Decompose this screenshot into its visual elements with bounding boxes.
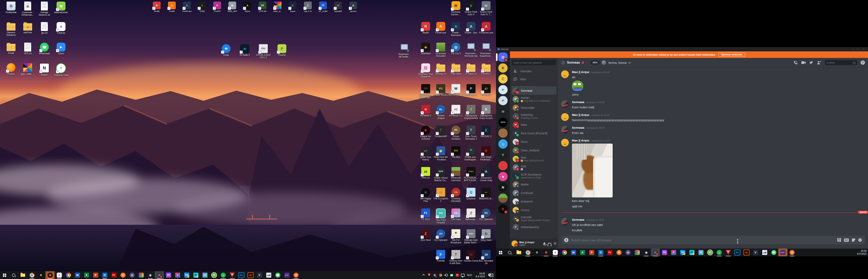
desktop-icon[interactable]: ⚄ ↗ Business Tour - Online M... xyxy=(418,63,433,84)
desktop-icon[interactable]: ↗ Stevens Solutions xyxy=(3,22,19,42)
server-icon[interactable]: ◆ xyxy=(498,172,507,181)
desktop-icon[interactable]: F1 ↗ F1 2021 xyxy=(418,209,433,229)
taskbar-app-button[interactable] xyxy=(496,249,505,256)
desktop-icon[interactable]: * ↗ PCBS.exe - Snelkoppel... xyxy=(463,146,478,167)
desktop-icon[interactable]: R ↗ Rockstar Games ... xyxy=(448,1,463,22)
desktop-icon[interactable]: ↗ Roerveen - MCNode.rdp xyxy=(463,42,478,63)
taskbar-app-button[interactable]: Ai xyxy=(246,271,255,279)
desktop-icon[interactable]: S ↗ servers xyxy=(346,2,361,12)
group-name[interactable]: Senna, Sxnna xyxy=(608,61,626,64)
taskbar-app-button[interactable]: IJ xyxy=(669,249,678,256)
server-icon[interactable]: B xyxy=(498,63,507,73)
desktop-icon[interactable]: ↗ Roerveen -KaasHosti... xyxy=(478,42,494,63)
desktop-icon[interactable]: K ↗ Kasm xyxy=(285,2,300,12)
pin-icon[interactable] xyxy=(809,61,813,64)
taskbar-app-button[interactable]: O xyxy=(787,249,797,256)
taskbar-app-button[interactable]: PC xyxy=(191,271,200,279)
taskbar-app-button[interactable]: PS xyxy=(164,271,173,279)
tray-remote-desktop-icon[interactable] xyxy=(450,273,454,277)
desktop-icon[interactable]: ↗ Garage Stevens.txt xyxy=(37,2,52,22)
desktop-icon[interactable]: 112 ↗ 112 Operator xyxy=(433,229,448,250)
server-icon[interactable]: ☺ xyxy=(498,139,507,149)
taskbar-app-button[interactable]: ◉ xyxy=(642,249,651,256)
desktop-icon[interactable]: F ↗ FivePD xyxy=(210,2,225,12)
taskbar-app-button[interactable] xyxy=(9,271,18,279)
desktop-icon[interactable]: ◆ ↗ Teardown xyxy=(418,42,433,63)
taskbar-app-button[interactable]: PC xyxy=(687,249,696,256)
desktop-icon[interactable]: Q ↗ Quiplash xyxy=(463,188,478,209)
desktop-icon[interactable]: BUS ↗ The Bus xyxy=(448,146,463,167)
taskbar-clock[interactable]: 18:33 6-3-2022 xyxy=(474,272,487,278)
server-icon[interactable] xyxy=(498,193,507,203)
taskbar-app-button[interactable]: NZXT xyxy=(282,271,291,279)
message-avatar[interactable] xyxy=(561,70,569,78)
desktop-icon[interactable]: A ↗ Assassin's Creed Unity xyxy=(478,167,494,188)
dm-list-item[interactable]: D Daan_Holland xyxy=(512,146,556,154)
video-call-icon[interactable] xyxy=(801,61,806,64)
desktop-icon[interactable]: 22 ↗ FIFA 22 xyxy=(418,167,433,188)
desktop-icon[interactable]: Z ↗ Zero Hour xyxy=(418,229,433,250)
desktop-icon[interactable]: Y ↗ TreeSize Free xyxy=(54,63,69,84)
reconnect-button[interactable]: Opnieuw verbinden xyxy=(718,53,745,57)
desktop-icon[interactable]: S ↗ Satisfactory Early Access xyxy=(478,105,494,126)
desktop-icon[interactable]: 18 ↗ Bus Simulator 18 xyxy=(478,250,494,271)
desktop-icon[interactable]: 911 ↗ 911 Operator xyxy=(478,209,494,229)
desktop-icon[interactable]: SA ↗ GTA-SA xyxy=(255,2,270,12)
server-icon[interactable] xyxy=(498,128,507,138)
taskbar-app-button[interactable]: ▂▄▆ xyxy=(760,249,769,256)
language-indicator[interactable]: NLD xyxy=(466,274,473,277)
dm-list-item[interactable]: S SCR Assistance Speelt here to help! xyxy=(512,172,556,180)
desktop-icon[interactable]: PS ↗ Police Stories xyxy=(433,84,448,105)
attach-file-icon[interactable]: + xyxy=(564,238,568,242)
dm-list-item[interactable]: m m1cey xyxy=(512,206,556,214)
emoji-picker-icon[interactable]: ☺ xyxy=(858,238,862,242)
taskbar-app-button[interactable]: WS xyxy=(182,271,191,279)
add-friend-to-dm-icon[interactable] xyxy=(817,61,822,64)
desktop-icon[interactable]: UEBS ↗ Ultimate Epic Battle Simu... xyxy=(463,229,478,250)
taskbar-app-button[interactable]: WS xyxy=(678,249,687,256)
desktop-icon[interactable]: FG ↗ Fall Guys xyxy=(448,209,463,229)
desktop-icon[interactable]: ↗ VPS.txt xyxy=(20,42,35,63)
taskbar-app-button[interactable]: S xyxy=(724,249,733,256)
gift-icon[interactable] xyxy=(837,239,841,242)
taskbar-app-button[interactable] xyxy=(45,271,55,279)
desktop-icon[interactable]: H2 ↗ HITMAN™ 2 xyxy=(448,105,463,126)
dm-list-item[interactable]: M Mats xyxy=(512,121,556,129)
dm-list-item[interactable]: K Knieperd xyxy=(512,197,556,206)
taskbar-app-button[interactable]: Ai xyxy=(742,249,751,256)
desktop-icon[interactable]: 47 ↗ HITMAN xyxy=(478,84,494,105)
desktop-icon[interactable]: PUBG ↗ PLAYERUN... BATTLEGR... xyxy=(463,167,478,188)
taskbar-app-button[interactable]: DG xyxy=(696,249,706,256)
help-icon[interactable]: ? xyxy=(861,60,865,65)
gif-picker-button[interactable]: GIF xyxy=(844,239,849,242)
taskbar-app-button[interactable]: O xyxy=(36,271,45,279)
desktop-icon[interactable]: III ↗ HITMAN 3 xyxy=(418,105,433,126)
desktop-icon-roerveen-mcnode[interactable]: ↗ Roerveen - MCNode... xyxy=(397,43,412,58)
dm-list-item[interactable]: M Max https://bit.ly/3s14r2l xyxy=(512,155,556,163)
desktop-icon[interactable]: CS ↗ Cooking Simulator xyxy=(448,188,463,209)
headphones-icon[interactable] xyxy=(548,243,551,245)
message-author[interactable]: Max || Arqsz xyxy=(572,113,589,117)
desktop-icon[interactable]: AI ↗ AI Suite 3 xyxy=(237,44,252,59)
minimize-button[interactable]: — xyxy=(850,48,856,51)
desktop-icon[interactable]: P ↗ Phasmoph... xyxy=(463,84,478,105)
desktop-icon[interactable]: W ↗ WATCH_D... 2 xyxy=(448,84,463,105)
dm-list-item[interactable]: I ItsMeRay Creating content xyxy=(512,112,556,120)
sidebar-item-nitro[interactable]: Nitro xyxy=(512,75,556,83)
taskbar-app-button[interactable]: Ps xyxy=(733,249,742,256)
desktop-icon[interactable]: OPS ↗ Call of Duty Black Ops... xyxy=(418,84,433,105)
tray-shield-icon[interactable]: S xyxy=(427,273,431,277)
desktop-icon[interactable]: ↗ Train Sims xyxy=(448,63,463,84)
message-avatar[interactable] xyxy=(561,100,569,108)
desktop-icon[interactable]: ☺ ↗ The Escapists 2 xyxy=(433,188,448,209)
server-icon[interactable]: MADE xyxy=(498,118,507,127)
desktop-icon[interactable]: P ↗ PeaZip xyxy=(274,44,289,59)
pepe-cry-emoji[interactable] xyxy=(572,81,583,91)
desktop-icon[interactable]: Λ ↗ FXServer.exe xyxy=(478,22,494,42)
desktop-icon[interactable]: Λ ↗ FiveM-dev xyxy=(179,2,194,12)
taskbar-app-button[interactable]: D xyxy=(651,249,660,256)
taskbar-app-button[interactable] xyxy=(18,271,27,279)
desktop-icon[interactable]: ◎ ↗ Far Cry 5 xyxy=(448,42,463,63)
taskbar-app-button[interactable] xyxy=(541,249,551,256)
dm-list-item[interactable]: M Mattie xyxy=(512,180,556,188)
